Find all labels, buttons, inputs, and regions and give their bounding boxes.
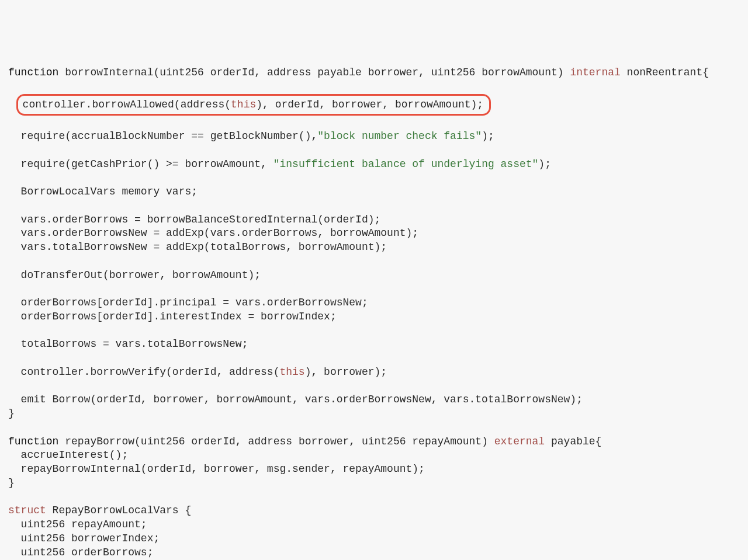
modifier-external: external (494, 436, 545, 447)
signature-borrowInternal-part1: borrowInternal(uint256 orderId, address … (58, 67, 570, 78)
require-2-b: ); (538, 158, 551, 170)
order-2: orderBorrows[orderId].interestIndex = bo… (21, 311, 337, 322)
boxed-text-b: ), orderId, borrower, borrowAmount); (256, 99, 483, 110)
boxed-text-a: controller.borrowAllowed(address( (23, 99, 231, 110)
struct-field-1: uint256 repayAmount; (21, 519, 147, 530)
accrue-interest: accrueInterest(); (21, 449, 129, 461)
verify-b: ), borrower); (305, 366, 387, 378)
close-brace-2: } (8, 477, 15, 489)
string-block-number: "block number check fails" (317, 130, 482, 142)
order-1: orderBorrows[orderId].principal = vars.o… (21, 297, 368, 308)
require-2-a: require(getCashPrior() >= borrowAmount, (21, 158, 273, 170)
vars-declaration: BorrowLocalVars memory vars; (21, 186, 198, 197)
keyword-this: this (231, 99, 256, 110)
assign-3: vars.totalBorrowsNew = addExp(totalBorro… (21, 241, 387, 253)
struct-name: RepayBorrowLocalVars { (46, 505, 191, 516)
close-brace-1: } (8, 408, 15, 419)
keyword-this-2: this (279, 366, 304, 378)
string-insufficient: "insufficient balance of underlying asse… (273, 158, 539, 170)
emit-borrow: emit Borrow(orderId, borrower, borrowAmo… (21, 394, 583, 405)
keyword-function: function (8, 67, 58, 78)
transfer-out: doTransferOut(borrower, borrowAmount); (21, 269, 261, 281)
assign-1: vars.orderBorrows = borrowBalanceStoredI… (21, 214, 381, 225)
repay-internal: repayBorrowInternal(orderId, borrower, m… (21, 463, 425, 475)
highlighted-line: controller.borrowAllowed(address(this), … (16, 94, 491, 116)
signature-repayBorrow-a: repayBorrow(uint256 orderId, address bor… (58, 436, 494, 447)
struct-field-3: uint256 orderBorrows; (21, 547, 154, 558)
require-1-b: ); (482, 130, 494, 142)
assign-2: vars.orderBorrowsNew = addExp(vars.order… (21, 227, 419, 239)
signature-repayBorrow-b: payable{ (545, 436, 601, 447)
code-block: function borrowInternal(uint256 orderId,… (8, 66, 740, 560)
total-borrows: totalBorrows = vars.totalBorrowsNew; (21, 338, 248, 350)
require-1-a: require(accrualBlockNumber == getBlockNu… (21, 130, 318, 142)
signature-borrowInternal-part2: nonReentrant{ (621, 67, 709, 78)
keyword-function-2: function (8, 436, 58, 447)
modifier-internal: internal (570, 67, 620, 78)
verify-a: controller.borrowVerify(orderId, address… (21, 366, 280, 378)
struct-field-2: uint256 borrowerIndex; (21, 533, 160, 544)
keyword-struct: struct (8, 505, 46, 516)
